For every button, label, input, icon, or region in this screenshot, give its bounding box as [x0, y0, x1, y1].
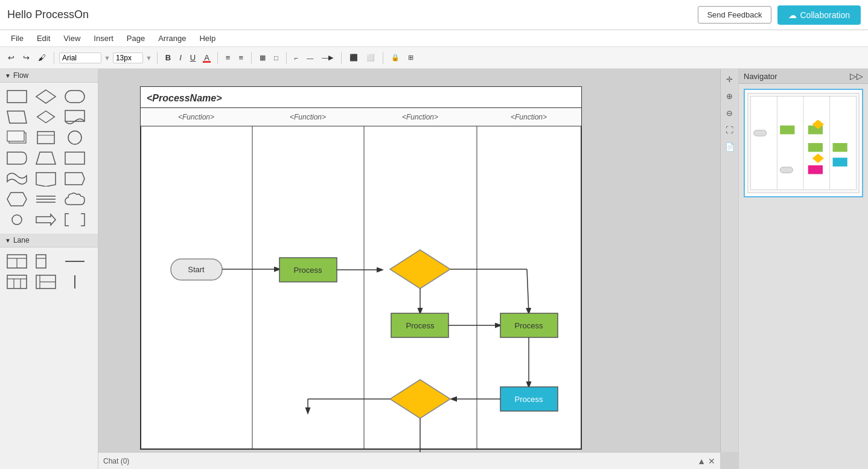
font-family-input[interactable] — [59, 53, 101, 63]
shape-parallelogram[interactable] — [5, 108, 29, 126]
font-size-input[interactable] — [113, 53, 143, 63]
chat-close-button[interactable]: ✕ — [708, 456, 715, 466]
italic-button[interactable]: I — [176, 51, 185, 64]
lane-shape-hline[interactable] — [63, 252, 87, 270]
shape-circle[interactable] — [63, 129, 87, 147]
shape-delay[interactable] — [5, 149, 29, 167]
menu-edit[interactable]: Edit — [31, 32, 56, 45]
stroke-color-button[interactable]: □ — [271, 53, 281, 63]
svg-marker-13 — [36, 173, 56, 187]
send-feedback-button[interactable]: Send Feedback — [698, 6, 771, 24]
svg-text:Process: Process — [406, 321, 435, 330]
menu-insert[interactable]: Insert — [88, 32, 120, 45]
shape-tape[interactable] — [5, 170, 29, 188]
svg-rect-92 — [754, 130, 767, 136]
right-side-tools: ✛ ⊕ ⊖ ⛶ 📄 — [720, 69, 738, 452]
fullscreen-tool[interactable]: ⛶ — [723, 123, 736, 136]
underline-button[interactable]: U — [187, 51, 199, 64]
shape-hexagon[interactable] — [5, 190, 29, 208]
menubar: File Edit View Insert Page Arrange Help — [0, 30, 868, 47]
to-front-button[interactable]: ⬛ — [346, 52, 361, 63]
collaboration-button[interactable]: ☁ Collaboration — [777, 5, 861, 25]
flow-section-header[interactable]: ▼ Flow — [0, 69, 98, 83]
flow-shapes-grid — [0, 83, 98, 234]
shape-cloud[interactable] — [63, 190, 87, 208]
svg-marker-4 — [37, 111, 55, 123]
chat-bar: Chat (0) ▲ ✕ — [98, 452, 720, 469]
lane-shape-3col[interactable] — [5, 273, 29, 291]
bold-button[interactable]: B — [162, 51, 174, 64]
zoom-out-tool[interactable]: ⊖ — [723, 106, 736, 120]
navigator-expand-button[interactable]: ▷▷ — [850, 71, 863, 81]
shape-rectangle[interactable] — [5, 88, 29, 106]
svg-rect-89 — [833, 158, 847, 167]
canvas-area[interactable]: <ProcessName> <Function> <Function> <Fun… — [98, 69, 738, 469]
connection-style-button[interactable]: ⌐ — [292, 53, 301, 63]
shape-chevron[interactable] — [63, 170, 87, 188]
navigator-title: Navigator — [744, 72, 777, 81]
shape-multi-doc[interactable] — [5, 129, 29, 147]
menu-help[interactable]: Help — [193, 32, 222, 45]
shape-lines[interactable] — [34, 190, 58, 208]
svg-marker-20 — [36, 214, 56, 225]
lane-section-header[interactable]: ▼ Lane — [0, 234, 98, 247]
fill-color-button[interactable]: ▦ — [257, 52, 269, 63]
toolbar-separator-6 — [341, 52, 342, 64]
line-style-button[interactable]: — — [304, 53, 316, 63]
to-back-button[interactable]: ⬜ — [363, 52, 378, 63]
undo-button[interactable]: ↩ — [5, 51, 18, 64]
menu-page[interactable]: Page — [121, 32, 151, 45]
svg-text:<Function>: <Function> — [178, 113, 214, 121]
navigator: Navigator ▷▷ — [739, 69, 868, 469]
toolbar-separator-3 — [217, 52, 218, 64]
lock-button[interactable]: 🔒 — [388, 52, 403, 63]
svg-text:<Function>: <Function> — [511, 113, 547, 121]
svg-text:Process: Process — [294, 266, 322, 275]
font-color-button[interactable]: A — [201, 51, 212, 64]
cloud-icon: ☁ — [788, 10, 797, 20]
svg-rect-27 — [7, 275, 27, 289]
lane-shape-2col[interactable] — [5, 252, 29, 270]
menu-arrange[interactable]: Arrange — [152, 32, 192, 45]
page-tool[interactable]: 📄 — [723, 140, 736, 153]
lane-shape-single[interactable] — [34, 252, 58, 270]
group-button[interactable]: ⊞ — [405, 52, 416, 63]
fit-page-tool[interactable]: ✛ — [723, 72, 736, 86]
lane-section-label: Lane — [13, 236, 30, 244]
shape-pentagon[interactable] — [34, 170, 58, 188]
svg-text:Process: Process — [515, 321, 543, 330]
svg-marker-3 — [7, 111, 27, 123]
lane-shape-2row[interactable] — [34, 273, 58, 291]
menu-file[interactable]: File — [5, 32, 30, 45]
shape-document[interactable] — [63, 108, 87, 126]
shape-bracket[interactable] — [63, 211, 87, 229]
toolbar-separator-7 — [383, 52, 383, 64]
toolbar-separator-5 — [286, 52, 287, 64]
shape-rhombus[interactable] — [34, 108, 58, 126]
svg-rect-0 — [7, 91, 27, 103]
collaboration-label: Collaboration — [800, 10, 850, 20]
shape-rect2[interactable] — [63, 149, 87, 167]
shape-arrow[interactable] — [34, 211, 58, 229]
shape-rounded-rect[interactable] — [63, 88, 87, 106]
zoom-in-tool[interactable]: ⊕ — [723, 89, 736, 103]
format-painter-button[interactable]: 🖌 — [35, 51, 49, 64]
align-center-button[interactable]: ≡ — [235, 51, 246, 64]
line-end-button[interactable]: —▶ — [319, 52, 336, 63]
svg-rect-12 — [65, 152, 85, 164]
lane-shape-vline[interactable] — [63, 273, 87, 291]
right-panel: Navigator ▷▷ — [738, 69, 868, 469]
align-left-button[interactable]: ≡ — [223, 51, 234, 64]
diagram-svg: <ProcessName> <Function> <Function> <Fun… — [104, 75, 684, 467]
navigator-preview — [744, 89, 863, 197]
font-family-arrow: ▼ — [104, 54, 110, 62]
svg-rect-91 — [808, 165, 823, 174]
shape-diamond[interactable] — [34, 88, 58, 106]
redo-button[interactable]: ↪ — [20, 51, 33, 64]
shape-trapezoid[interactable] — [34, 149, 58, 167]
menu-view[interactable]: View — [57, 32, 86, 45]
shape-small-circle[interactable] — [5, 211, 29, 229]
left-panel: ▼ Flow — [0, 69, 98, 469]
shape-data[interactable] — [34, 129, 58, 147]
chat-expand-button[interactable]: ▲ — [697, 456, 706, 466]
